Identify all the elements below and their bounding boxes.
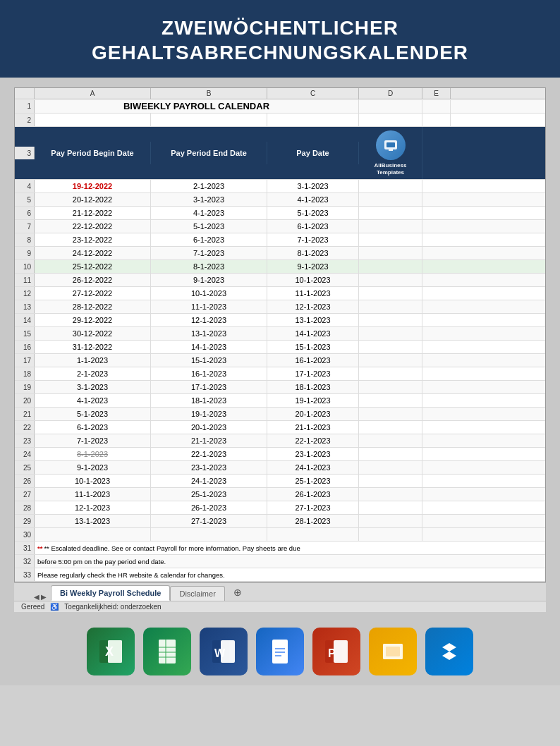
cell-begin-5: 24-12-2022: [35, 247, 151, 259]
table-row: 23 7-1-2023 21-1-2023 22-1-2023: [15, 434, 545, 448]
row-2: 2: [15, 114, 545, 127]
cell-extra-4: [359, 233, 422, 246]
table-row: 22 6-1-2023 20-1-2023 21-1-2023: [15, 421, 545, 434]
row1-col-e: [422, 100, 451, 113]
cell-extra-13: [359, 354, 422, 367]
row-num-17: 17: [15, 354, 35, 367]
main-area: A B C D E 1 BIWEEKLY PAYROLL CALENDAR 2 …: [0, 78, 560, 619]
cell-extra-20: [359, 448, 422, 460]
cell-end-17: 19-1-2023: [151, 408, 267, 420]
cell-paydate-5: 8-1-2023: [267, 247, 359, 259]
cell-paydate-17: 20-1-2023: [267, 408, 359, 420]
cell-end-10: 12-1-2023: [151, 314, 267, 326]
row-num-2: 2: [15, 114, 35, 126]
cell-begin-13: 1-1-2023: [35, 354, 151, 367]
cell-end-2: 4-1-2023: [151, 207, 267, 219]
svg-rect-8: [159, 640, 176, 664]
cell-begin-21: 9-1-2023: [35, 461, 151, 474]
cell-end-16: 18-1-2023: [151, 394, 267, 407]
row-num-5: 5: [15, 193, 35, 206]
cell-begin-14: 2-1-2023: [35, 367, 151, 380]
table-row: 15 30-12-2022 13-1-2023 14-1-2023: [15, 327, 545, 341]
cell-extra-25: [359, 515, 422, 527]
table-row: 4 19-12-2022 2-1-2023 3-1-2023: [15, 180, 545, 193]
cell-extra-6: [359, 260, 422, 273]
app-icon-word[interactable]: W: [200, 628, 248, 675]
sheets-svg: [153, 637, 181, 666]
cell-extra-2: [359, 207, 422, 219]
cell-end-21: 23-1-2023: [151, 461, 267, 474]
app-icon-dropbox[interactable]: [425, 628, 473, 675]
cell-begin-23: 11-1-2023: [35, 488, 151, 501]
table-row: 20 4-1-2023 18-1-2023 19-1-2023: [15, 394, 545, 408]
cell-end-14: 16-1-2023: [151, 367, 267, 380]
cell-paydate-9: 12-1-2023: [267, 300, 359, 313]
app-icon-excel[interactable]: X: [87, 628, 135, 675]
cell-end-13: 15-1-2023: [151, 354, 267, 367]
row-num-12: 12: [15, 287, 35, 300]
cell-end-11: 13-1-2023: [151, 327, 267, 340]
row-num-31: 31: [15, 542, 35, 554]
cell-end-22: 24-1-2023: [151, 475, 267, 487]
table-row: 9 24-12-2022 7-1-2023 8-1-2023: [15, 247, 545, 260]
cell-paydate-14: 17-1-2023: [267, 367, 359, 380]
col-header-c: C: [267, 88, 359, 99]
cell-paydate-3: 6-1-2023: [267, 220, 359, 233]
cell-extra-12: [359, 341, 422, 353]
row2-col-b: [151, 114, 267, 126]
tab-add-button[interactable]: ⊕: [228, 584, 248, 601]
app-icon-powerpoint[interactable]: P: [312, 628, 360, 675]
table-row: 13 28-12-2022 11-1-2023 12-1-2023: [15, 300, 545, 314]
tabs-area: ◀ ▶ Bi Weekly Payroll Schedule Disclaime…: [14, 582, 546, 601]
row-num-spacer: [15, 88, 35, 99]
scroll-right[interactable]: ▶: [41, 593, 47, 601]
slides-svg: [379, 637, 407, 666]
cell-end-25: 27-1-2023: [151, 515, 267, 527]
ppt-svg: P: [322, 637, 351, 666]
row-num-20: 20: [15, 394, 35, 407]
spreadsheet: A B C D E 1 BIWEEKLY PAYROLL CALENDAR 2 …: [14, 87, 546, 582]
cell-end-5: 7-1-2023: [151, 247, 267, 259]
app-icon-google-docs[interactable]: [256, 628, 304, 675]
table-row: 7 22-12-2022 5-1-2023 6-1-2023: [15, 220, 545, 233]
row-num-30: 30: [15, 528, 35, 541]
tab-biweekly[interactable]: Bi Weekly Payroll Schedule: [51, 585, 170, 601]
svg-marker-26: [442, 643, 456, 660]
logo-text: AllBusinessTemplates: [375, 162, 407, 176]
cell-paydate-19: 22-1-2023: [267, 434, 359, 447]
cell-extra-11: [359, 327, 422, 340]
row-num-9: 9: [15, 247, 35, 259]
row-num-11: 11: [15, 274, 35, 286]
cell-extra-23: [359, 488, 422, 501]
row2-col-a: [35, 114, 151, 126]
cell-extra-22: [359, 475, 422, 487]
row-30: 30: [15, 528, 545, 542]
cell-begin-2: 21-12-2022: [35, 207, 151, 219]
cell-extra-10: [359, 314, 422, 326]
cell-extra-7: [359, 274, 422, 286]
svg-text:W: W: [214, 647, 226, 659]
scroll-left[interactable]: ◀: [34, 593, 39, 601]
logo-icon: [382, 136, 400, 154]
app-icon-google-slides[interactable]: [369, 628, 417, 675]
cell-extra-1: [359, 193, 422, 206]
app-icon-google-sheets[interactable]: [143, 628, 191, 675]
cell-begin-25: 13-1-2023: [35, 515, 151, 527]
cell-begin-4: 23-12-2022: [35, 233, 151, 246]
cell-end-1: 3-1-2023: [151, 193, 267, 206]
tab-disclaimer[interactable]: Disclaimer: [170, 586, 224, 601]
cell-end-12: 14-1-2023: [151, 341, 267, 353]
cell-end-6: 8-1-2023: [151, 260, 267, 273]
row-num-14: 14: [15, 314, 35, 326]
row-num-23: 23: [15, 434, 35, 447]
table-row: 8 23-12-2022 6-1-2023 7-1-2023: [15, 233, 545, 247]
cell-extra-14: [359, 367, 422, 380]
cell-extra-16: [359, 394, 422, 407]
table-row: 21 5-1-2023 19-1-2023 20-1-2023: [15, 408, 545, 421]
svg-rect-2: [389, 149, 393, 151]
row30-b: [151, 528, 267, 541]
col-header-b: B: [151, 88, 267, 99]
row2-col-e: [422, 114, 451, 126]
cell-paydate-22: 25-1-2023: [267, 475, 359, 487]
cell-end-18: 20-1-2023: [151, 421, 267, 434]
